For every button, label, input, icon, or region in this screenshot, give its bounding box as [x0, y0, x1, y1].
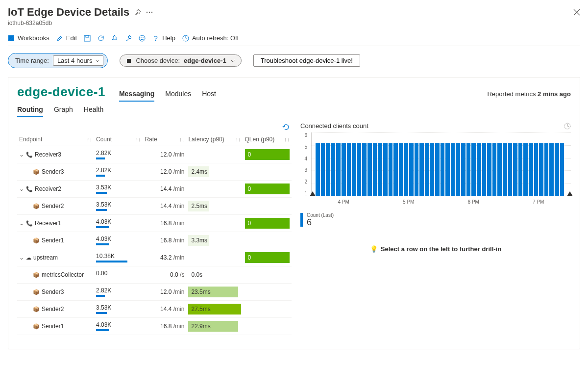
count-value: 3.53K	[96, 304, 141, 311]
phone-icon: 📞	[26, 220, 33, 227]
chart-bar	[357, 143, 362, 196]
sort-icon: ↑↓	[135, 136, 141, 142]
table-row[interactable]: 📦Sender32.82K12.0 /min23.5ms	[17, 284, 292, 301]
svg-point-6	[139, 35, 145, 41]
chart-bar	[441, 143, 445, 196]
rate-cell: 14.4 /min	[143, 181, 186, 198]
expand-chevron-icon[interactable]: ⌄	[19, 151, 24, 158]
chart-bars	[312, 132, 571, 196]
page-title: IoT Edge Device Details	[8, 6, 129, 19]
svg-point-2	[151, 12, 152, 13]
qlen-value: 0	[245, 252, 290, 263]
svg-point-1	[149, 12, 150, 13]
col-header[interactable]: Latency (p90)↑↓	[186, 133, 243, 146]
col-header[interactable]: Count↑↓	[94, 133, 143, 146]
tab-host[interactable]: Host	[202, 90, 216, 102]
col-header[interactable]: Rate↑↓	[143, 133, 186, 146]
chart-bar	[544, 143, 549, 196]
undo-icon[interactable]	[282, 123, 290, 131]
chart-bar	[482, 143, 487, 196]
bulb-icon: 💡	[370, 245, 378, 253]
help-label: Help	[162, 34, 175, 42]
box-icon: 📦	[33, 169, 40, 175]
filter-row: Time range: Last 4 hours Choose device: …	[8, 53, 580, 68]
chart-bar	[518, 143, 523, 196]
table-row[interactable]: ⌄📞Receiver23.53K14.4 /min0	[17, 181, 292, 198]
rate-cell: 14.4 /min	[143, 301, 186, 318]
table-row[interactable]: 📦Sender14.03K16.8 /min3.3ms	[17, 232, 292, 249]
subtab-health[interactable]: Health	[84, 105, 103, 117]
tab-modules[interactable]: Modules	[165, 90, 191, 102]
choose-device-pill[interactable]: Choose device: edge-device-1	[120, 54, 241, 67]
range-handle-right[interactable]	[567, 191, 573, 196]
chart-bar	[435, 143, 440, 196]
edit-button[interactable]: Edit	[56, 34, 77, 42]
legend-swatch	[300, 213, 303, 227]
table-row[interactable]: ⌄☁upstream10.38K43.2 /min0	[17, 249, 292, 266]
tab-messaging[interactable]: Messaging	[119, 90, 154, 102]
troubleshoot-button[interactable]: Troubleshoot edge-device-1 live!	[253, 54, 360, 67]
time-range-label: Time range:	[15, 57, 49, 64]
endpoint-label: Receiver2	[35, 185, 61, 192]
chart-bar	[409, 143, 414, 196]
count-bar	[96, 329, 109, 331]
chart-bar	[513, 143, 517, 196]
endpoint-label: Sender3	[42, 168, 64, 175]
rate-cell: 16.8 /min	[143, 232, 186, 249]
count-value: 2.82K	[96, 150, 141, 157]
feedback-icon[interactable]	[139, 35, 146, 42]
help-button[interactable]: ? Help	[152, 34, 175, 42]
pin-icon[interactable]	[134, 9, 141, 16]
table-row[interactable]: 📦Sender23.53K14.4 /min2.5ms	[17, 198, 292, 215]
chevron-down-icon	[230, 58, 235, 63]
table-row[interactable]: ⌄📞Receiver14.03K16.8 /min0	[17, 215, 292, 232]
qlen-value: 0	[245, 149, 290, 160]
rate-cell: 12.0 /min	[143, 284, 186, 301]
count-bar	[96, 157, 105, 159]
table-row[interactable]: 📦Sender23.53K14.4 /min27.5ms	[17, 301, 292, 318]
subtab-routing[interactable]: Routing	[17, 105, 43, 117]
chart-bar	[419, 143, 424, 196]
command-bar: Workbooks Edit ? Help Auto refresh: Off	[8, 34, 580, 46]
col-header[interactable]: QLen (p90)↑↓	[243, 133, 292, 146]
count-bar	[96, 226, 109, 228]
chart-bar	[555, 143, 559, 196]
close-icon[interactable]	[573, 9, 580, 16]
latency-value: 23.5ms	[188, 287, 241, 297]
secondary-tabs: RoutingGraphHealth	[17, 105, 571, 117]
chart-area[interactable]: 654321	[300, 132, 571, 196]
table-row[interactable]: 📦metricsCollector0.000.0 /s0.0s	[17, 266, 292, 284]
save-icon[interactable]	[84, 35, 91, 42]
chart-x-axis: 4 PM5 PM6 PM7 PM	[311, 196, 571, 205]
alert-icon[interactable]	[111, 35, 118, 42]
device-title: edge-device-1	[17, 84, 105, 100]
refresh-icon[interactable]	[98, 35, 104, 42]
latency-value: 3.3ms	[188, 235, 241, 246]
table-row[interactable]: ⌄📞Receiver32.82K12.0 /min0	[17, 146, 292, 163]
time-range-select[interactable]: Last 4 hours	[53, 55, 104, 66]
chart-bar	[404, 143, 408, 196]
subtab-graph[interactable]: Graph	[54, 105, 73, 117]
table-header-row: Endpoint↑↓Count↑↓Rate↑↓Latency (p90)↑↓QL…	[17, 133, 292, 146]
expand-chevron-icon[interactable]: ⌄	[19, 254, 24, 261]
chart-bar	[383, 143, 388, 196]
count-value: 2.82K	[96, 287, 141, 294]
workbooks-button[interactable]: Workbooks	[8, 34, 49, 42]
table-row[interactable]: 📦Sender32.82K12.0 /min2.4ms	[17, 163, 292, 181]
expand-chevron-icon[interactable]: ⌄	[19, 220, 24, 227]
table-row[interactable]: 📦Sender14.03K16.8 /min22.9ms	[17, 318, 292, 335]
count-bar	[96, 243, 109, 245]
reported-metrics: Reported metrics 2 mins ago	[487, 90, 571, 98]
sort-icon: ↑↓	[284, 136, 290, 142]
col-header[interactable]: Endpoint↑↓	[17, 133, 94, 146]
history-icon[interactable]	[564, 123, 571, 130]
range-handle-left[interactable]	[310, 191, 316, 196]
rate-cell: 14.4 /min	[143, 198, 186, 215]
count-value: 2.82K	[96, 167, 141, 174]
auto-refresh-button[interactable]: Auto refresh: Off	[182, 34, 239, 42]
chart-bar	[560, 143, 564, 196]
chart-bar	[451, 143, 455, 196]
expand-chevron-icon[interactable]: ⌄	[19, 185, 24, 192]
pin-toolbar-icon[interactable]	[125, 35, 132, 42]
more-icon[interactable]	[146, 11, 153, 13]
